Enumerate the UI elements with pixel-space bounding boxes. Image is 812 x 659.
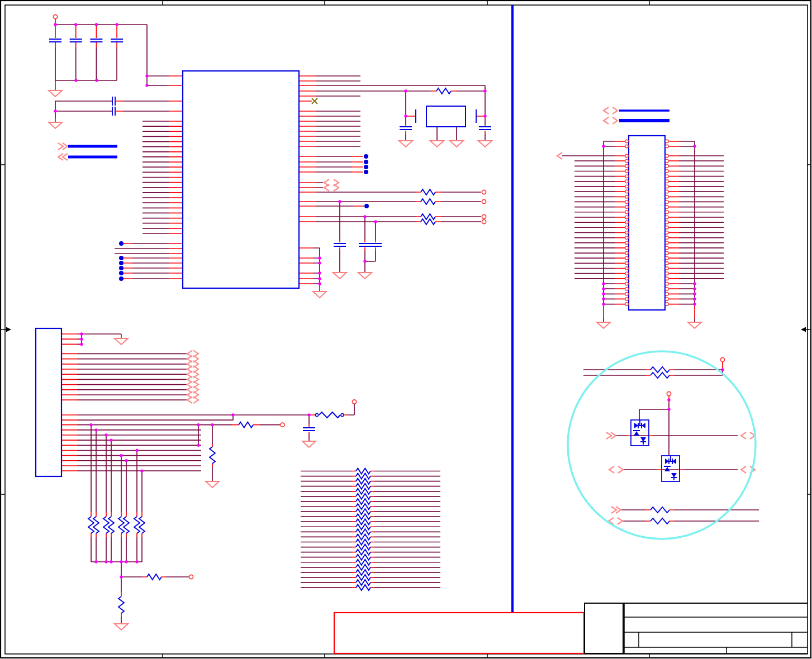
g-ioconn-shape	[625, 303, 629, 306]
g-leftconn-shape	[281, 423, 284, 427]
g-ic-shape	[482, 214, 486, 218]
g-ic-path	[313, 273, 372, 298]
g-esd-shape	[665, 459, 669, 464]
left-bus-ports[interactable]	[58, 143, 117, 160]
coupling-capacitors[interactable]	[49, 97, 183, 128]
g-ic-shape	[318, 282, 321, 285]
g-leftconn-shape	[211, 423, 213, 426]
io-connector[interactable]	[557, 136, 724, 328]
g-ioconn-shape	[625, 165, 629, 168]
g-ic-shape	[364, 154, 368, 159]
g-ic-shape	[364, 165, 368, 169]
g-ioconn-shape	[666, 185, 669, 188]
g-leftconn-shape	[197, 423, 200, 426]
g-decoupling-path	[55, 25, 169, 85]
g-ioconn-shape	[666, 200, 669, 204]
g-ic-path	[312, 98, 317, 104]
title-block	[585, 603, 808, 653]
g-ic-shape	[374, 220, 377, 223]
g-ic-shape	[338, 200, 341, 203]
g-ioconn-shape	[625, 185, 629, 188]
g-ioconn-shape	[625, 251, 629, 255]
title-block-shape	[585, 603, 623, 653]
g-pullups-path	[91, 512, 166, 617]
g-ioconn-shape	[666, 180, 669, 183]
g-ic-path	[334, 189, 435, 246]
g-ic-shape	[482, 199, 486, 203]
g-pullups-shape	[135, 560, 138, 563]
g-ic-shape	[318, 277, 321, 280]
g-ioconn-shape	[625, 293, 629, 296]
g-ioconn-shape	[625, 256, 629, 260]
g-ioconn-shape	[666, 206, 669, 209]
right-bus-ports[interactable]	[604, 107, 669, 124]
g-ioconn-shape	[602, 303, 605, 305]
g-ioconn-shape	[666, 241, 669, 245]
g-ioconn-shape	[602, 145, 605, 147]
g-ioconn-shape	[625, 180, 629, 183]
g-pullups-shape	[120, 560, 122, 563]
g-ioconn-shape	[666, 221, 669, 224]
g-decoupling-shape	[74, 79, 77, 82]
g-ioconn-shape	[625, 236, 629, 240]
g-ioconn-shape	[625, 175, 629, 178]
g-ioconn-shape	[625, 206, 629, 209]
g-ioconn-shape	[666, 226, 669, 229]
g-leftconn-shape	[94, 428, 97, 431]
g-ioconn-shape	[666, 303, 669, 306]
g-ic-shape	[119, 261, 124, 265]
g-ioconn-shape	[666, 170, 669, 173]
g-ioconn-shape	[625, 262, 629, 265]
decoupling-capacitor-bank[interactable]	[49, 15, 183, 97]
g-esd-path	[606, 432, 755, 524]
g-ioconn-shape	[666, 246, 669, 250]
g-decoupling-shape	[95, 23, 98, 26]
g-esd-shape	[634, 423, 638, 428]
g-esd-shape	[721, 368, 724, 371]
g-decoupling-shape	[115, 23, 118, 26]
g-esd-shape	[640, 437, 646, 442]
pullup-resistor-bank[interactable]	[88, 512, 193, 630]
g-ioconn-path	[597, 322, 701, 328]
g-leftconn-path	[187, 350, 198, 403]
main-ic[interactable]	[115, 71, 486, 298]
g-ioconn-shape	[666, 298, 669, 301]
g-ic-shape	[363, 215, 366, 218]
g-ioconn-shape	[625, 216, 629, 219]
g-ic-shape	[119, 241, 124, 246]
esd-protection-detail[interactable]	[568, 351, 759, 539]
g-ic-shape	[482, 190, 486, 194]
g-ioconn-shape	[693, 303, 696, 305]
g-rightbus-path	[604, 107, 618, 124]
g-leftconn-path	[115, 338, 316, 488]
g-ioconn-shape	[666, 277, 669, 280]
g-resarray-path	[356, 469, 371, 591]
left-connector[interactable]	[36, 328, 357, 512]
g-ioconn-shape	[625, 267, 629, 270]
g-ioconn-shape	[625, 170, 629, 173]
g-ic-shape	[318, 256, 321, 259]
series-resistor-array[interactable]	[301, 469, 440, 591]
g-ioconn-shape	[666, 216, 669, 219]
g-ioconn-shape	[666, 287, 669, 290]
g-ic-path	[324, 179, 339, 191]
g-pullups-shape	[110, 560, 112, 563]
g-ioconn-shape	[666, 195, 669, 198]
g-decoupling-path	[49, 39, 123, 42]
g-crystal-path	[399, 141, 492, 147]
g-pullups-shape	[189, 575, 193, 579]
g-ioconn-shape	[666, 231, 669, 235]
g-decoupling-shape	[54, 23, 56, 26]
g-leftconn-shape	[110, 438, 112, 441]
g-decoupling-shape	[95, 79, 98, 82]
g-ioconn-shape	[602, 298, 605, 300]
g-ioconn-shape	[629, 136, 665, 310]
g-leftconn-shape	[140, 469, 143, 472]
g-ioconn-shape	[666, 165, 669, 168]
g-ic-shape	[364, 160, 368, 164]
g-decoupling-shape	[145, 74, 148, 77]
g-leftconn-shape	[197, 444, 200, 447]
g-esd-shape	[667, 398, 670, 401]
g-ioconn-shape	[666, 293, 669, 296]
g-leftconn-shape	[80, 343, 83, 346]
